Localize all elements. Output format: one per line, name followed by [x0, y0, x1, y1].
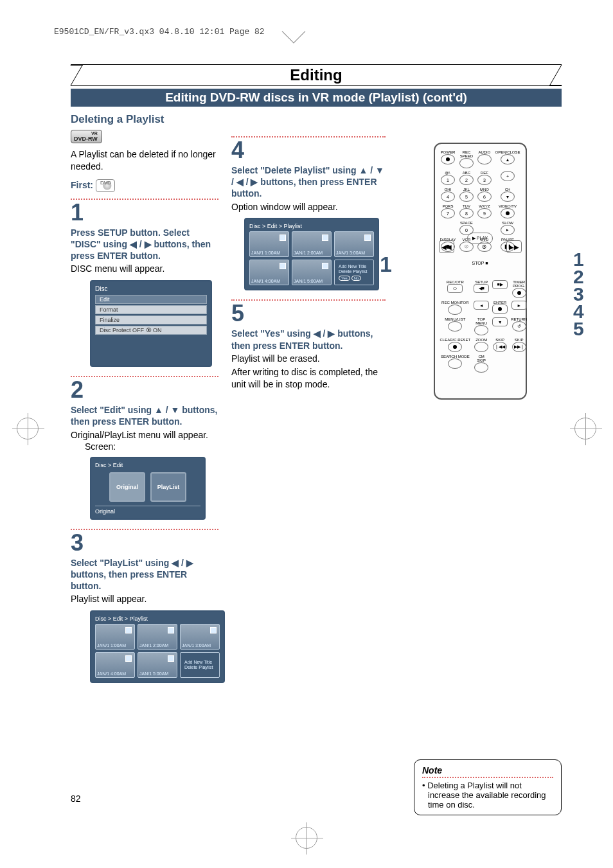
num-7-button: 7	[441, 208, 455, 218]
playlist-side-menu: Add New Title Delete Playlist Yes No	[334, 260, 374, 285]
fast-forward-button: ▶▶	[506, 240, 522, 253]
step-2-instruction: Select "Edit" using ▲ / ▼ buttons, then …	[71, 404, 218, 427]
playlist-delete-screenshot: Disc > Edit > Playlist JAN/1 1:00AM JAN/…	[244, 218, 379, 290]
num-6-button: 6	[477, 191, 492, 202]
note-box: Note • Deleting a Playlist will not incr…	[414, 759, 562, 815]
nav-left-button: ◄	[474, 301, 489, 310]
skip-fwd-button: ▶▶❘	[512, 342, 526, 352]
intro-text: A Playlist can be deleted if no longer n…	[71, 148, 218, 173]
skip-back-button: ❘◀◀	[493, 342, 507, 352]
num-9-button: 9	[477, 208, 492, 218]
enter-button	[492, 305, 508, 314]
clear-reset-button	[448, 342, 462, 352]
playlist-side-menu: Add New Title Delete Playlist	[180, 652, 220, 678]
playlist-thumb: JAN/1 3:00AM	[180, 624, 220, 650]
playlist-thumb: JAN/1 4:00AM	[95, 652, 135, 678]
rec-speed-button	[459, 158, 474, 168]
playlist-thumb: JAN/1 1:00AM	[249, 231, 289, 257]
return-button: ↺	[512, 321, 526, 332]
step-separator	[231, 299, 386, 301]
num-1-button: 1	[441, 175, 455, 185]
remote-diagram: POWER REC SPEED AUDIO OPEN/CLOSE▲ @!.1 A…	[434, 143, 527, 400]
nav-down-button: ▼	[492, 317, 508, 326]
cm-skip-button	[474, 362, 488, 373]
playlist-thumb: JAN/1 3:00AM	[334, 231, 374, 257]
power-button	[441, 154, 455, 164]
audio-button	[477, 154, 492, 164]
playlist-thumbnail: PlayList	[150, 472, 186, 502]
stop-label: STOP ■	[472, 261, 488, 265]
step-4-result: Option window will appear.	[231, 201, 386, 213]
step-5-result2: After writing to disc is completed, the …	[231, 366, 386, 391]
nav-right2-button: ►	[511, 301, 527, 310]
ch-up-button: +	[501, 171, 515, 181]
play-button: ▶ PLAY	[467, 233, 493, 244]
num-2-button: 2	[459, 175, 474, 185]
remote-wrap: 1 1 2 3 4 5 POWER REC SPEED	[398, 143, 562, 400]
original-thumbnail: Original	[109, 472, 145, 502]
rewind-button: ◀◀	[439, 240, 454, 253]
step-separator	[71, 199, 218, 200]
step-3-instruction: Select "PlayList" using ◀ / ▶ buttons, t…	[71, 557, 218, 592]
step-2-result: Original/PlayList menu will appear.	[71, 429, 218, 441]
zoom-button	[474, 342, 488, 352]
playlist-thumb: JAN/1 2:00AM	[292, 231, 332, 257]
timer-prog-button	[512, 288, 526, 298]
step-4-instruction: Select "Delete Playlist" using ▲ / ▼ / ◀…	[231, 164, 386, 200]
right-column: 1 1 2 3 4 5 POWER REC SPEED	[398, 130, 562, 815]
remote-left-callout: 1	[380, 252, 392, 277]
menu-list-button	[448, 321, 462, 332]
video-tv-button	[501, 208, 515, 218]
disc-icon: DVD	[96, 179, 115, 192]
top-menu-button	[474, 325, 488, 335]
page-number: 82	[71, 793, 81, 804]
disc-menu-row: Format	[95, 305, 207, 314]
step-2-number: 2	[71, 378, 218, 402]
search-mode-button	[448, 359, 462, 369]
note-text: • Deleting a Playlist will not increase …	[422, 781, 553, 810]
step-1-result: DISC menu will appear.	[71, 263, 218, 275]
left-column: VR DVD-RW A Playlist can be deleted if n…	[71, 130, 218, 692]
num-5-button: 5	[459, 191, 474, 202]
step-separator	[231, 136, 386, 137]
step-3-number: 3	[71, 531, 218, 554]
step-1-number: 1	[71, 201, 218, 224]
playlist-thumb: JAN/1 5:00AM	[138, 652, 177, 678]
dvd-rw-badge: VR DVD-RW	[71, 130, 102, 143]
playlist-thumb: JAN/1 1:00AM	[95, 624, 135, 650]
step-separator	[71, 529, 218, 530]
remote-right-callouts: 1 2 3 4 5	[573, 251, 584, 337]
disc-menu-row: Disc Protect OFF ⦿ ON	[95, 326, 207, 335]
first-row: First: DVD	[71, 179, 218, 192]
first-label: First:	[71, 180, 93, 190]
step-separator	[71, 376, 218, 377]
playlist-menu-screenshot: Disc > Edit > Playlist JAN/1 1:00AM JAN/…	[90, 610, 225, 683]
edit-menu-screenshot: Disc > Edit Original PlayList Original	[90, 457, 206, 520]
nav-right-button: ■▶	[492, 280, 508, 289]
note-title: Note	[422, 765, 553, 775]
middle-column: 4 Select "Delete Playlist" using ▲ / ▼ /…	[231, 130, 386, 391]
num-8-button: 8	[459, 208, 474, 218]
num-4-button: 4	[441, 191, 455, 202]
step-1-instruction: Press SETUP button. Select "DISC" using …	[71, 227, 218, 262]
open-close-button: ▲	[501, 154, 515, 164]
step-4-number: 4	[231, 139, 386, 162]
step-5-result1: Playlist will be erased.	[231, 353, 386, 365]
section-heading: Deleting a Playlist	[71, 113, 562, 126]
ch-down-button: ▼	[501, 191, 515, 202]
subtitle-bar: Editing DVD-RW discs in VR mode (Playlis…	[71, 89, 562, 107]
playlist-thumb: JAN/1 2:00AM	[138, 624, 177, 650]
page-title: Editing	[71, 64, 562, 86]
slow-button: ▸	[501, 225, 515, 235]
screen-label: Screen:	[85, 441, 218, 452]
rec-monitor-button	[448, 305, 462, 315]
disc-menu-row: Edit	[95, 295, 207, 304]
disc-menu-row: Finalize	[95, 315, 207, 324]
step-5-number: 5	[231, 302, 386, 325]
step-5-instruction: Select "Yes" using ◀ / ▶ buttons, then p…	[231, 328, 386, 351]
playlist-thumb: JAN/1 4:00AM	[249, 260, 289, 285]
disc-menu-screenshot: Disc Edit Format Finalize Disc Protect O…	[90, 280, 212, 367]
setup-button: ◀■	[474, 284, 489, 293]
step-3-result: Playlist will appear.	[71, 593, 218, 605]
rec-otr-button: ⬭	[447, 284, 463, 293]
